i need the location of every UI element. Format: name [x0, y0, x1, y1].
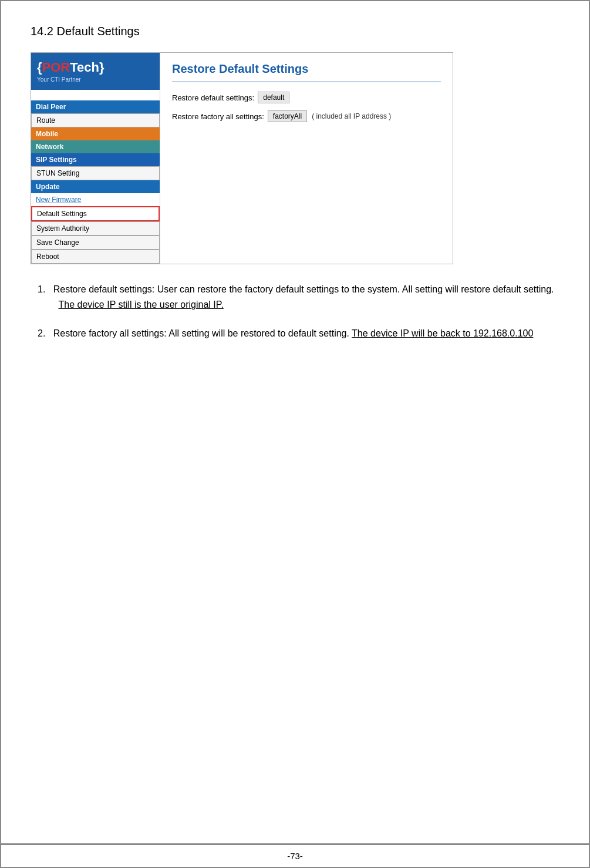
- sidebar-item-reboot[interactable]: Reboot: [31, 250, 160, 264]
- sidebar-item-system-authority[interactable]: System Authority: [31, 221, 160, 235]
- sidebar-item-mobile[interactable]: Mobile: [31, 127, 160, 140]
- restore-factory-label: Restore factory all settings:: [172, 112, 264, 121]
- desc-item-1: 1. Restore default settings: User can re…: [31, 282, 559, 312]
- sidebar-item-stun-setting[interactable]: STUN Setting: [31, 166, 160, 180]
- factory-all-note: ( included all IP address ): [312, 112, 391, 120]
- sidebar-logo: { POR Tech } Your CTI Partner: [31, 53, 160, 90]
- logo-subtitle: Your CTI Partner: [37, 76, 81, 83]
- sidebar-item-sip-settings[interactable]: SIP Settings: [31, 153, 160, 166]
- desc-1-text: Restore default settings: User can resto…: [53, 284, 554, 294]
- desc-item-2: 2. Restore factory all settings: All set…: [31, 326, 559, 341]
- default-button[interactable]: default: [258, 92, 289, 103]
- footer: -73-: [1, 843, 589, 867]
- main-panel: Restore Default Settings Restore default…: [160, 53, 453, 264]
- page-title: 14.2 Default Settings: [31, 25, 559, 38]
- sidebar-item-network[interactable]: Network: [31, 140, 160, 153]
- desc-2-underline: The device IP will be back to 192.168.0.…: [352, 328, 533, 338]
- restore-default-label: Restore default settings:: [172, 93, 254, 102]
- restore-factory-row: Restore factory all settings: factoryAll…: [172, 110, 441, 122]
- desc-2-text: Restore factory all settings: All settin…: [53, 328, 349, 338]
- ui-screenshot-box: { POR Tech } Your CTI Partner Dial Peer …: [31, 52, 453, 264]
- sidebar-item-default-settings[interactable]: Default Settings: [31, 206, 160, 221]
- factory-all-button[interactable]: factoryAll: [268, 110, 307, 122]
- sidebar: { POR Tech } Your CTI Partner Dial Peer …: [31, 53, 160, 264]
- desc-2-number: 2.: [38, 328, 45, 338]
- desc-1-underline: The device IP still is the user original…: [59, 300, 224, 309]
- desc-1-number: 1.: [38, 284, 45, 294]
- sidebar-item-update[interactable]: Update: [31, 180, 160, 193]
- sidebar-item-dial-peer[interactable]: Dial Peer: [31, 100, 160, 113]
- logo-port: POR: [42, 60, 70, 75]
- sidebar-item-new-firmware[interactable]: New Firmware: [31, 193, 160, 206]
- descriptions: 1. Restore default settings: User can re…: [31, 282, 559, 341]
- logo-tech: Tech: [70, 60, 99, 75]
- page-content: 14.2 Default Settings { POR Tech } Your …: [1, 1, 589, 391]
- page-number: -73-: [287, 851, 303, 861]
- restore-default-row: Restore default settings: default: [172, 92, 441, 103]
- sidebar-item-route[interactable]: Route: [31, 113, 160, 127]
- sidebar-item-save-change[interactable]: Save Change: [31, 235, 160, 250]
- panel-title: Restore Default Settings: [172, 62, 441, 76]
- panel-divider: [172, 82, 441, 82]
